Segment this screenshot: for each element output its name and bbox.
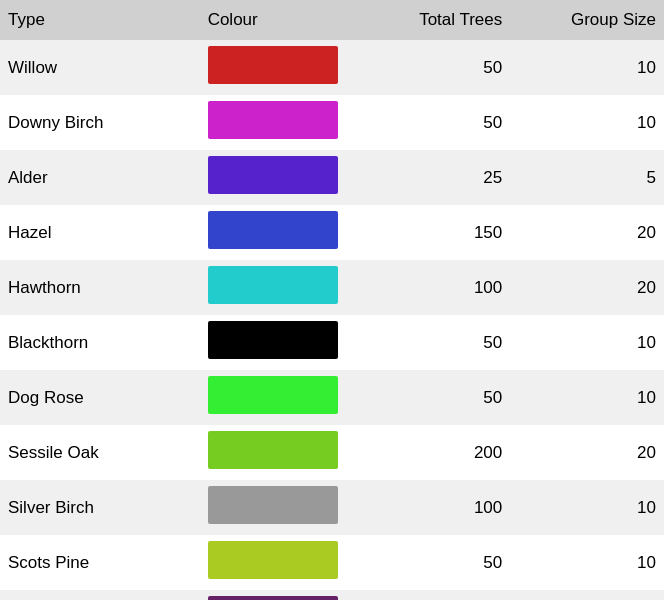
- cell-group-size: 20: [510, 260, 664, 315]
- cell-group-size: 10: [510, 40, 664, 95]
- cell-total-trees: 25: [346, 150, 511, 205]
- table-row: Scots Pine5010: [0, 535, 664, 590]
- cell-type: Wild Cherry: [0, 590, 200, 600]
- header-group-size: Group Size: [510, 0, 664, 40]
- cell-colour: [200, 95, 346, 150]
- table-row: Blackthorn5010: [0, 315, 664, 370]
- cell-type: Downy Birch: [0, 95, 200, 150]
- cell-total-trees: 200: [346, 425, 511, 480]
- cell-colour: [200, 260, 346, 315]
- cell-group-size: 10: [510, 370, 664, 425]
- cell-colour: [200, 150, 346, 205]
- tree-data-table: Type Colour Total Trees Group Size Willo…: [0, 0, 664, 600]
- color-swatch: [208, 101, 338, 139]
- cell-type: Silver Birch: [0, 480, 200, 535]
- cell-total-trees: 50: [346, 315, 511, 370]
- cell-total-trees: 50: [346, 590, 511, 600]
- cell-total-trees: 150: [346, 205, 511, 260]
- cell-group-size: 20: [510, 425, 664, 480]
- table-row: Dog Rose5010: [0, 370, 664, 425]
- color-swatch: [208, 486, 338, 524]
- cell-colour: [200, 40, 346, 95]
- table-row: Wild Cherry5010: [0, 590, 664, 600]
- cell-colour: [200, 370, 346, 425]
- table-row: Silver Birch10010: [0, 480, 664, 535]
- cell-colour: [200, 480, 346, 535]
- table-row: Sessile Oak20020: [0, 425, 664, 480]
- cell-type: Hawthorn: [0, 260, 200, 315]
- table-row: Hazel15020: [0, 205, 664, 260]
- cell-total-trees: 50: [346, 95, 511, 150]
- cell-colour: [200, 315, 346, 370]
- cell-colour: [200, 535, 346, 590]
- cell-type: Hazel: [0, 205, 200, 260]
- cell-type: Dog Rose: [0, 370, 200, 425]
- color-swatch: [208, 211, 338, 249]
- color-swatch: [208, 321, 338, 359]
- cell-total-trees: 50: [346, 535, 511, 590]
- cell-group-size: 20: [510, 205, 664, 260]
- color-swatch: [208, 376, 338, 414]
- cell-type: Willow: [0, 40, 200, 95]
- table-row: Hawthorn10020: [0, 260, 664, 315]
- cell-colour: [200, 205, 346, 260]
- cell-type: Blackthorn: [0, 315, 200, 370]
- cell-type: Scots Pine: [0, 535, 200, 590]
- table-row: Alder255: [0, 150, 664, 205]
- cell-group-size: 5: [510, 150, 664, 205]
- cell-colour: [200, 425, 346, 480]
- cell-group-size: 10: [510, 480, 664, 535]
- cell-total-trees: 100: [346, 480, 511, 535]
- header-total-trees: Total Trees: [346, 0, 511, 40]
- cell-group-size: 10: [510, 95, 664, 150]
- cell-group-size: 10: [510, 315, 664, 370]
- cell-total-trees: 100: [346, 260, 511, 315]
- color-swatch: [208, 46, 338, 84]
- color-swatch: [208, 266, 338, 304]
- color-swatch: [208, 596, 338, 600]
- cell-colour: [200, 590, 346, 600]
- header-colour: Colour: [200, 0, 346, 40]
- table-row: Willow5010: [0, 40, 664, 95]
- cell-group-size: 10: [510, 590, 664, 600]
- cell-total-trees: 50: [346, 40, 511, 95]
- header-type: Type: [0, 0, 200, 40]
- cell-group-size: 10: [510, 535, 664, 590]
- cell-type: Sessile Oak: [0, 425, 200, 480]
- color-swatch: [208, 431, 338, 469]
- cell-type: Alder: [0, 150, 200, 205]
- table-row: Downy Birch5010: [0, 95, 664, 150]
- cell-total-trees: 50: [346, 370, 511, 425]
- color-swatch: [208, 541, 338, 579]
- color-swatch: [208, 156, 338, 194]
- table-header-row: Type Colour Total Trees Group Size: [0, 0, 664, 40]
